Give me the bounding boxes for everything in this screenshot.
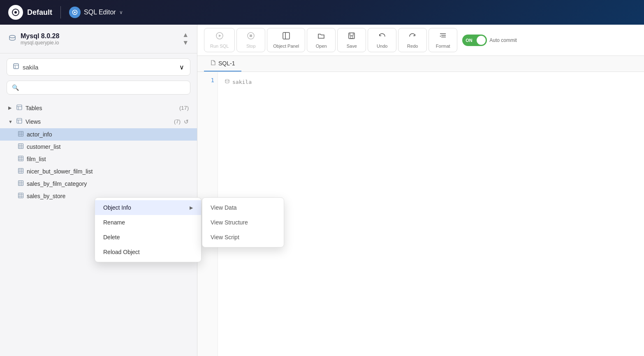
tree-subitem-actor-info[interactable]: actor_info — [0, 128, 197, 141]
main-layout: Mysql 8.0.28 mysql.querypie.io ▲ ▼ — [0, 25, 644, 356]
db-info: Mysql 8.0.28 mysql.querypie.io — [8, 32, 59, 46]
view-name-sales-store: sales_by_store — [27, 193, 65, 199]
undo-icon — [378, 32, 386, 42]
context-menu-object-info[interactable]: Object Info ▶ — [95, 200, 201, 215]
section-name: SQL Editor — [84, 9, 116, 16]
app-logo: Default — [8, 5, 52, 20]
tree-subitem-film-list[interactable]: film_list — [0, 153, 197, 165]
svg-rect-7 — [19, 132, 23, 136]
tree-subitem-nicer[interactable]: nicer_but_slower_film_list — [0, 165, 197, 178]
svg-point-1 — [14, 11, 17, 14]
toolbar: Run SQL Stop Object Pa — [197, 25, 644, 56]
svg-rect-18 — [349, 33, 354, 39]
run-sql-button[interactable]: Run SQL — [204, 28, 235, 52]
save-label: Save — [347, 44, 357, 49]
stop-button[interactable]: Stop — [236, 28, 265, 52]
context-menu-rename[interactable]: Rename — [95, 215, 201, 230]
sidebar-header: Mysql 8.0.28 mysql.querypie.io ▲ ▼ — [0, 25, 197, 53]
svg-point-21 — [225, 79, 229, 81]
search-input[interactable] — [22, 84, 185, 91]
tables-count: (17) — [179, 105, 189, 111]
view-name-customer: customer_list — [27, 143, 60, 150]
schema-icon — [13, 63, 19, 71]
tab-sql-1[interactable]: SQL-1 — [204, 56, 241, 72]
auto-commit-toggle[interactable]: ON — [462, 35, 487, 46]
submenu-chevron-icon: ▶ — [190, 205, 193, 210]
chevron-down-icon: ▼ — [8, 119, 13, 124]
db-switcher[interactable]: ▲ ▼ — [182, 31, 189, 46]
db-icon — [8, 34, 16, 44]
tree-item-tables[interactable]: ▶ Tables (17) — [0, 101, 197, 115]
reload-label: Reload Object — [103, 249, 140, 255]
svg-rect-12 — [19, 193, 23, 198]
svg-rect-11 — [19, 181, 23, 186]
view-name-sales-film: sales_by_film_category — [27, 180, 87, 187]
object-panel-button[interactable]: Object Panel — [267, 28, 305, 52]
submenu-view-script[interactable]: View Script — [202, 230, 284, 245]
submenu-view-data[interactable]: View Data — [202, 200, 284, 215]
title-bar: Default SQL Editor ∨ — [0, 0, 644, 25]
svg-rect-6 — [17, 118, 22, 123]
context-menu-reload[interactable]: Reload Object — [95, 245, 201, 259]
schema-name: sakila — [23, 64, 38, 71]
svg-rect-17 — [283, 32, 290, 39]
open-icon — [317, 32, 325, 42]
submenu-view-structure[interactable]: View Structure — [202, 215, 284, 230]
context-menu-delete[interactable]: Delete — [95, 230, 201, 245]
format-icon — [439, 32, 447, 42]
logo-icon — [8, 5, 23, 20]
section-chevron[interactable]: ∨ — [119, 9, 123, 15]
redo-label: Redo — [407, 44, 418, 49]
sub-context-menu: View Data View Structure View Script — [202, 197, 284, 247]
tree-subitem-customer[interactable]: customer_list — [0, 141, 197, 153]
svg-rect-10 — [19, 169, 23, 173]
object-panel-label: Object Panel — [273, 44, 299, 49]
db-name: Mysql 8.0.28 — [21, 32, 59, 40]
view-script-label: View Script — [211, 234, 239, 240]
search-container: 🔍 — [7, 81, 190, 95]
svg-marker-14 — [219, 35, 221, 37]
refresh-icon[interactable]: ↺ — [184, 118, 189, 125]
title-divider — [60, 6, 61, 18]
view-name-nicer: nicer_but_slower_film_list — [27, 168, 93, 175]
open-button[interactable]: Open — [307, 28, 336, 52]
editor-area: Run SQL Stop Object Pa — [197, 25, 644, 356]
toggle-label: ON — [463, 38, 473, 43]
svg-rect-16 — [250, 35, 252, 37]
format-label: Format — [436, 44, 450, 49]
tab-file-icon — [211, 60, 216, 67]
svg-rect-4 — [14, 64, 19, 69]
view-structure-label: View Structure — [211, 219, 248, 226]
views-label: Views — [25, 118, 171, 125]
section-icon — [69, 7, 81, 18]
app-name: Default — [27, 8, 52, 17]
view-item-icon-2 — [18, 143, 23, 150]
save-icon — [347, 32, 356, 42]
undo-button[interactable]: Undo — [368, 28, 396, 52]
tab-label: SQL-1 — [218, 60, 235, 67]
views-count: (7) — [174, 118, 181, 125]
context-menu: Object Info ▶ Rename Delete Reload Objec… — [95, 197, 202, 262]
schema-selector-left: sakila — [13, 63, 38, 71]
auto-commit-label: Auto commit — [489, 37, 517, 43]
save-button[interactable]: Save — [337, 28, 366, 52]
tree-item-views[interactable]: ▼ Views (7) ↺ — [0, 115, 197, 128]
chevron-right-icon: ▶ — [8, 105, 13, 111]
stop-label: Stop — [246, 44, 256, 49]
views-icon — [16, 118, 22, 125]
context-menu-relative: Object Info ▶ Rename Delete Reload Objec… — [95, 197, 202, 262]
delete-label: Delete — [103, 234, 120, 240]
schema-selector[interactable]: sakila ∨ — [7, 58, 190, 76]
view-item-icon — [18, 131, 23, 138]
line-number-1: 1 — [201, 77, 214, 83]
redo-button[interactable]: Redo — [398, 28, 427, 52]
undo-label: Undo — [377, 44, 387, 49]
svg-rect-5 — [17, 105, 22, 110]
db-indicator: sakila — [225, 77, 637, 88]
redo-icon — [408, 32, 417, 42]
run-sql-label: Run SQL — [210, 44, 229, 49]
stop-icon — [247, 32, 255, 42]
svg-rect-9 — [19, 156, 23, 161]
format-button[interactable]: Format — [429, 28, 457, 52]
tree-subitem-sales-film[interactable]: sales_by_film_category — [0, 178, 197, 190]
